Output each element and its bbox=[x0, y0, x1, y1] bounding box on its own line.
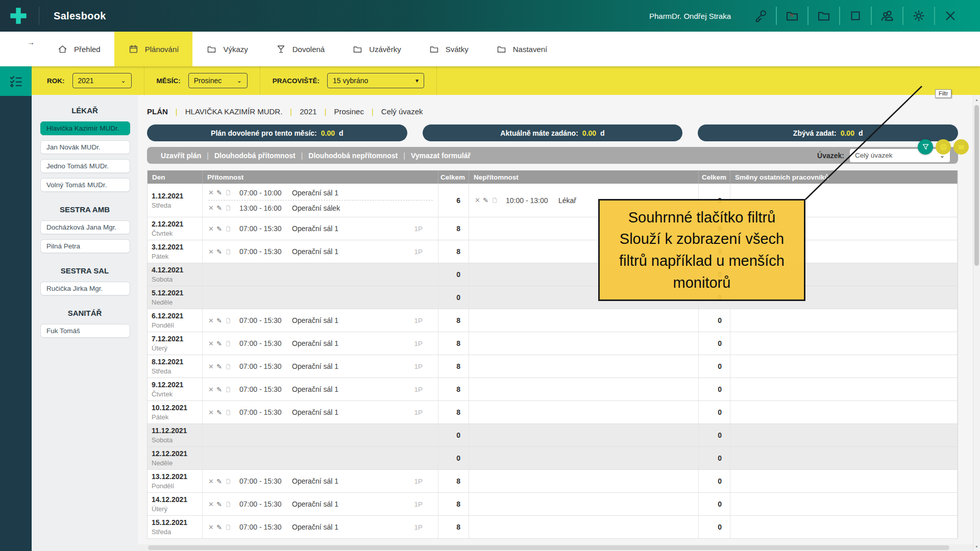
sidebar-item-pilna-petra[interactable]: Pilná Petra bbox=[40, 239, 130, 253]
tab-label: Plánování bbox=[145, 45, 179, 54]
edit-entry-icon[interactable]: ✎ bbox=[216, 317, 225, 324]
delete-entry-icon[interactable]: ✕ bbox=[208, 204, 216, 212]
annotation-text-line: Souhrnné tlačítko filtrů bbox=[628, 207, 776, 229]
rok-select[interactable]: 2021⌄ bbox=[72, 73, 132, 88]
delete-entry-icon[interactable]: ✕ bbox=[208, 478, 216, 485]
copy-entry-icon[interactable] bbox=[225, 226, 233, 232]
uvazek-select[interactable]: Celý úvazek ⌄ bbox=[850, 149, 950, 162]
breadcrumb-item[interactable]: Prosinec bbox=[334, 107, 364, 116]
sidebar-item-jedno-tomas-mudr[interactable]: Jedno Tomáš MUDr. bbox=[40, 159, 130, 173]
sidebar-item-rucicka-jirka-mgr[interactable]: Ručička Jirka Mgr. bbox=[40, 282, 130, 295]
presence-total-cell: 0 bbox=[438, 263, 469, 286]
copy-entry-icon[interactable] bbox=[225, 189, 233, 196]
tab-prehled[interactable]: Přehled bbox=[43, 32, 114, 66]
mesic-select[interactable]: Prosinec⌄ bbox=[188, 73, 248, 88]
copy-entry-icon[interactable] bbox=[492, 197, 499, 204]
presence-cell: ✕✎07:00 - 15:30Operační sál 11P bbox=[203, 378, 438, 400]
delete-entry-icon[interactable]: ✕ bbox=[208, 189, 216, 196]
edit-entry-icon[interactable]: ✎ bbox=[216, 523, 225, 531]
delete-entry-icon[interactable]: ✕ bbox=[475, 196, 483, 204]
entry-time: 07:00 - 10:00 bbox=[239, 189, 292, 197]
delete-entry-icon[interactable]: ✕ bbox=[208, 386, 216, 393]
breadcrumb-item[interactable]: Celý úvazek bbox=[381, 107, 423, 116]
copy-entry-icon[interactable] bbox=[225, 386, 233, 393]
tab-vykazy[interactable]: Výkazy bbox=[192, 32, 261, 66]
copy-entry-icon[interactable] bbox=[225, 205, 233, 211]
tab-nastaveni[interactable]: Nastavení bbox=[482, 32, 561, 66]
folder-n-button[interactable]: N bbox=[784, 8, 800, 24]
edit-entry-icon[interactable]: ✎ bbox=[216, 204, 225, 212]
delete-entry-icon[interactable]: ✕ bbox=[208, 363, 216, 370]
delete-entry-icon[interactable]: ✕ bbox=[208, 340, 216, 347]
print-circle-button[interactable] bbox=[936, 139, 951, 155]
copy-entry-icon[interactable] bbox=[225, 524, 233, 531]
sidebar-item-jan-novak-mudr[interactable]: Jan Novák MUDr. bbox=[40, 140, 130, 154]
horizontal-scrollbar-thumb[interactable] bbox=[148, 545, 949, 550]
vymazat-formular-button[interactable]: Vymazat formulář bbox=[405, 152, 476, 160]
copy-entry-icon[interactable] bbox=[225, 363, 233, 370]
menu-circle-button[interactable] bbox=[953, 139, 969, 155]
scroll-down-arrow-icon[interactable]: ▼ bbox=[973, 543, 980, 550]
delete-entry-icon[interactable]: ✕ bbox=[208, 225, 216, 233]
absence-cell bbox=[469, 493, 699, 515]
sidebar-item-fuk-tomas[interactable]: Fuk Tomáš bbox=[40, 324, 130, 338]
dlouhodoba-nepritomnost-button[interactable]: Dlouhodobá nepřítomnost bbox=[303, 152, 403, 160]
tab-dovolena[interactable]: Dovolená bbox=[262, 32, 338, 66]
presence-cell: ✕✎07:00 - 15:30Operační sál 11P bbox=[203, 401, 438, 423]
dlouhodoba-pritomnost-button[interactable]: Dlouhodobá přítomnost bbox=[209, 152, 301, 160]
edit-entry-icon[interactable]: ✎ bbox=[216, 386, 225, 393]
edit-entry-icon[interactable]: ✎ bbox=[216, 340, 225, 347]
edit-entry-icon[interactable]: ✎ bbox=[216, 225, 225, 233]
filter-label: MĚSÍC: bbox=[157, 77, 181, 85]
sidebar-item-volny-tomas-mudr[interactable]: Volný Tomáš MUDr. bbox=[40, 178, 130, 192]
edit-entry-icon[interactable]: ✎ bbox=[216, 248, 225, 256]
copy-entry-icon[interactable] bbox=[225, 478, 233, 485]
delete-entry-icon[interactable]: ✕ bbox=[208, 248, 216, 256]
copy-entry-icon[interactable] bbox=[225, 501, 233, 508]
presence-total-cell: 8 bbox=[438, 378, 469, 400]
maximize-button[interactable] bbox=[847, 8, 864, 24]
edit-entry-icon[interactable]: ✎ bbox=[216, 189, 225, 196]
copy-entry-icon[interactable] bbox=[225, 409, 233, 416]
breadcrumb-item[interactable]: HLAVIČKA KAZIMÍR MUDR. bbox=[185, 107, 283, 116]
copy-entry-icon[interactable] bbox=[225, 340, 233, 347]
delete-entry-icon[interactable]: ✕ bbox=[208, 523, 216, 531]
close-button[interactable] bbox=[942, 8, 959, 24]
uzavrit-plan-button[interactable]: Uzavřít plán bbox=[155, 152, 207, 160]
sidebar-item-hlavicka-kazimir-mudr[interactable]: Hlavička Kazimír MUDr. bbox=[40, 121, 130, 135]
vertical-scrollbar-thumb[interactable] bbox=[974, 105, 979, 266]
delete-entry-icon[interactable]: ✕ bbox=[208, 317, 216, 324]
delete-entry-icon[interactable]: ✕ bbox=[208, 500, 216, 508]
filter-circle-button[interactable] bbox=[918, 139, 933, 155]
tab-uzaverky[interactable]: Uzávěrky bbox=[338, 32, 415, 66]
key-button[interactable] bbox=[752, 8, 769, 24]
edit-entry-icon[interactable]: ✎ bbox=[216, 409, 225, 416]
vertical-scrollbar[interactable]: ▲ ▼ bbox=[973, 95, 980, 551]
table-row: 12.12.2021Neděle00 bbox=[148, 447, 958, 470]
delete-entry-icon[interactable]: ✕ bbox=[208, 409, 216, 416]
edit-entry-icon[interactable]: ✎ bbox=[216, 500, 225, 508]
edit-entry-icon[interactable]: ✎ bbox=[216, 478, 225, 485]
presence-cell: ✕✎07:00 - 15:30Operační sál 11P bbox=[203, 355, 438, 378]
filter-group-pracoviste: PRACOVIŠTĚ:15 vybráno▾ bbox=[260, 66, 437, 95]
presence-cell: ✕✎07:00 - 10:00Operační sál 1✕✎13:00 - 1… bbox=[203, 184, 438, 217]
tab-svatky[interactable]: Svátky bbox=[415, 32, 482, 66]
presence-cell: ✕✎07:00 - 15:30Operační sál 11P bbox=[203, 493, 438, 515]
settings-button[interactable] bbox=[911, 8, 927, 24]
copy-entry-icon[interactable] bbox=[225, 317, 233, 324]
collapse-arrow-icon[interactable]: → bbox=[27, 38, 35, 46]
breadcrumb-item[interactable]: 2021 bbox=[300, 107, 316, 116]
users-button[interactable] bbox=[879, 8, 895, 24]
folder-button[interactable] bbox=[816, 8, 832, 24]
scroll-up-arrow-icon[interactable]: ▲ bbox=[973, 96, 980, 103]
tab-planovani[interactable]: Plánování bbox=[114, 32, 193, 66]
pracoviste-select[interactable]: 15 vybráno▾ bbox=[327, 73, 424, 88]
edit-entry-icon[interactable]: ✎ bbox=[483, 196, 492, 204]
horizontal-scrollbar[interactable] bbox=[138, 544, 973, 551]
absence-cell bbox=[469, 447, 699, 469]
sidebar-toggle-button[interactable] bbox=[0, 66, 32, 96]
edit-entry-icon[interactable]: ✎ bbox=[216, 363, 225, 370]
sidebar-item-dochazkova-jana-mgr[interactable]: Docházková Jana Mgr. bbox=[40, 220, 130, 234]
copy-entry-icon[interactable] bbox=[225, 248, 233, 255]
plan-table: DenPřítomnostCelkemNepřítomnostCelkemSmě… bbox=[147, 170, 958, 539]
